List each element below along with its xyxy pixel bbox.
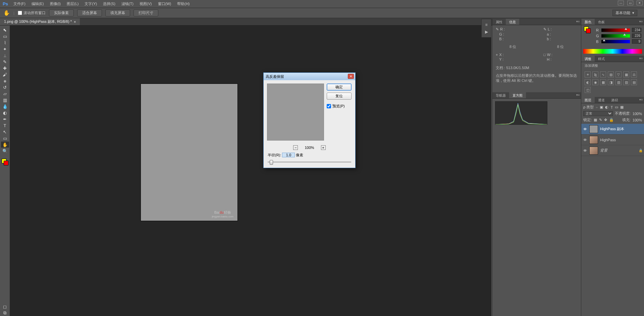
layer-row[interactable]: 👁 HighPass 副本 — [581, 124, 644, 135]
layer-thumbnail[interactable] — [589, 136, 598, 144]
marquee-tool[interactable]: ▭ — [1, 33, 9, 39]
lock-move-icon[interactable]: ✥ — [604, 118, 607, 122]
panel-menu-icon[interactable]: ▾≡ — [576, 20, 580, 23]
brightness-icon[interactable]: ☀ — [585, 71, 591, 77]
panel-menu-icon[interactable]: ▾≡ — [639, 20, 643, 23]
eraser-tool[interactable]: ▱ — [1, 91, 9, 97]
visibility-toggle[interactable]: 👁 — [583, 138, 587, 142]
maximize-button[interactable]: ▭ — [627, 1, 633, 5]
canvas[interactable]: Baidu经验 jingyan.baidu.com — [141, 84, 237, 221]
menu-view[interactable]: 视图(V) — [137, 0, 155, 7]
color-swatch[interactable] — [2, 159, 8, 165]
fit-screen-button[interactable]: 适合屏幕 — [77, 9, 102, 16]
path-select-tool[interactable]: ↖ — [1, 129, 9, 135]
opacity-value[interactable]: 100% — [633, 112, 642, 116]
actual-pixels-button[interactable]: 实际像素 — [49, 9, 74, 16]
selective-color-icon[interactable]: ◫ — [585, 87, 591, 93]
properties-tab[interactable]: 属性 — [492, 19, 506, 25]
panel-menu-icon[interactable]: ▾≡ — [639, 98, 643, 101]
swatches-tab[interactable]: 色板 — [595, 19, 608, 25]
radius-slider[interactable] — [268, 160, 351, 164]
clone-stamp-tool[interactable]: ⎈ — [1, 78, 9, 84]
levels-icon[interactable]: ⧎ — [592, 71, 598, 77]
menu-window[interactable]: 窗口(W) — [155, 0, 174, 7]
workspace-picker[interactable]: 基本功能▾ — [612, 10, 637, 16]
brush-tool[interactable]: 🖌 — [1, 71, 9, 77]
menu-help[interactable]: 帮助(H) — [174, 0, 192, 7]
menu-image[interactable]: 图像(I) — [47, 0, 63, 7]
quick-mask-toggle[interactable]: ◻ — [1, 304, 9, 310]
exposure-icon[interactable]: ▤ — [608, 71, 614, 77]
layer-row[interactable]: 👁 背景 🔒 — [581, 145, 644, 156]
close-tab-icon[interactable]: × — [74, 20, 76, 24]
layer-name[interactable]: HighPass 副本 — [600, 126, 624, 131]
filter-shape-icon[interactable]: ▭ — [615, 105, 618, 109]
filter-type-icon[interactable]: T — [610, 105, 613, 109]
layer-thumbnail[interactable] — [589, 125, 598, 133]
history-brush-tool[interactable]: ↺ — [1, 84, 9, 90]
layers-tab[interactable]: 图层 — [581, 97, 595, 103]
layer-row[interactable]: 👁 HighPass — [581, 135, 644, 145]
vibrance-icon[interactable]: ▽ — [615, 71, 622, 77]
document-area[interactable]: Baidu经验 jingyan.baidu.com — [10, 25, 491, 316]
lasso-tool[interactable]: ⌇ — [1, 40, 9, 46]
g-slider[interactable] — [601, 34, 630, 38]
gradient-map-icon[interactable]: ▤ — [631, 79, 637, 85]
panel-menu-icon[interactable]: ▾≡ — [576, 93, 580, 97]
b-slider[interactable] — [601, 40, 630, 43]
zoom-in-button[interactable]: + — [321, 145, 326, 150]
blend-mode-select[interactable]: 正常 — [583, 111, 613, 116]
menu-layer[interactable]: 图层(L) — [64, 0, 81, 7]
layer-name[interactable]: 背景 — [600, 148, 607, 153]
invert-icon[interactable]: ◨ — [608, 79, 614, 85]
menu-edit[interactable]: 编辑(E) — [29, 0, 47, 7]
color-panel-swatch[interactable] — [584, 27, 591, 33]
fill-screen-button[interactable]: 填充屏幕 — [105, 9, 130, 16]
r-value[interactable]: 234 — [632, 28, 641, 32]
lock-all-icon[interactable]: 🔒 — [609, 118, 614, 122]
zoom-tool[interactable]: 🔍 — [1, 148, 9, 154]
navigator-tab[interactable]: 导航器 — [492, 92, 509, 98]
styles-tab[interactable]: 样式 — [595, 56, 608, 62]
fill-value[interactable]: 100% — [633, 118, 642, 122]
magic-wand-tool[interactable]: ✦ — [1, 46, 9, 52]
r-slider[interactable] — [601, 29, 630, 32]
menu-select[interactable]: 选择(S) — [100, 0, 118, 7]
visibility-toggle[interactable]: 👁 — [583, 149, 587, 153]
curves-icon[interactable]: ∿ — [600, 71, 606, 77]
adjustments-tab[interactable]: 调整 — [581, 56, 595, 62]
menu-file[interactable]: 文件(F) — [11, 0, 28, 7]
threshold-icon[interactable]: ▨ — [623, 79, 629, 85]
hand-tool[interactable]: ✋ — [1, 142, 9, 148]
dodge-tool[interactable]: ◐ — [1, 110, 9, 116]
screen-mode-toggle[interactable]: ⧉ — [1, 310, 9, 316]
lock-position-icon[interactable]: ✎ — [599, 118, 602, 122]
filter-adjust-icon[interactable]: ◐ — [605, 105, 608, 109]
scroll-all-windows-checkbox[interactable]: 滚动所有窗口 — [18, 10, 46, 15]
healing-brush-tool[interactable]: ✚ — [1, 65, 9, 71]
blur-tool[interactable]: 💧 — [1, 103, 9, 109]
shape-tool[interactable]: ▭ — [1, 135, 9, 141]
bw-icon[interactable]: ◐ — [585, 79, 591, 85]
color-balance-icon[interactable]: ⚖ — [631, 71, 637, 77]
crop-tool[interactable]: ⟂ — [1, 52, 9, 58]
radius-input[interactable] — [282, 153, 295, 157]
type-tool[interactable]: T — [1, 122, 9, 128]
filter-pixel-icon[interactable]: ▣ — [600, 105, 603, 109]
preview-checkbox[interactable]: 预览(P) — [327, 104, 352, 109]
layer-thumbnail[interactable] — [589, 147, 598, 155]
close-button[interactable]: ✕ — [637, 1, 643, 5]
minimize-button[interactable]: — — [618, 1, 624, 5]
g-value[interactable]: 226 — [632, 34, 641, 38]
dialog-preview[interactable] — [267, 84, 324, 141]
channel-mixer-icon[interactable]: ▦ — [600, 79, 606, 85]
document-tab[interactable]: 1.png @ 100% (HighPass 副本, RGB/8) * × — [0, 18, 80, 25]
gradient-tool[interactable]: ▥ — [1, 97, 9, 103]
print-size-button[interactable]: 打印尺寸 — [133, 9, 158, 16]
posterize-icon[interactable]: ▧ — [615, 79, 622, 85]
panel-menu-icon[interactable]: ▾≡ — [639, 57, 643, 60]
b-value[interactable]: 9 — [632, 39, 641, 44]
reset-button[interactable]: 复位 — [327, 93, 352, 100]
photo-filter-icon[interactable]: ◉ — [592, 79, 598, 85]
visibility-toggle[interactable]: 👁 — [583, 127, 587, 131]
